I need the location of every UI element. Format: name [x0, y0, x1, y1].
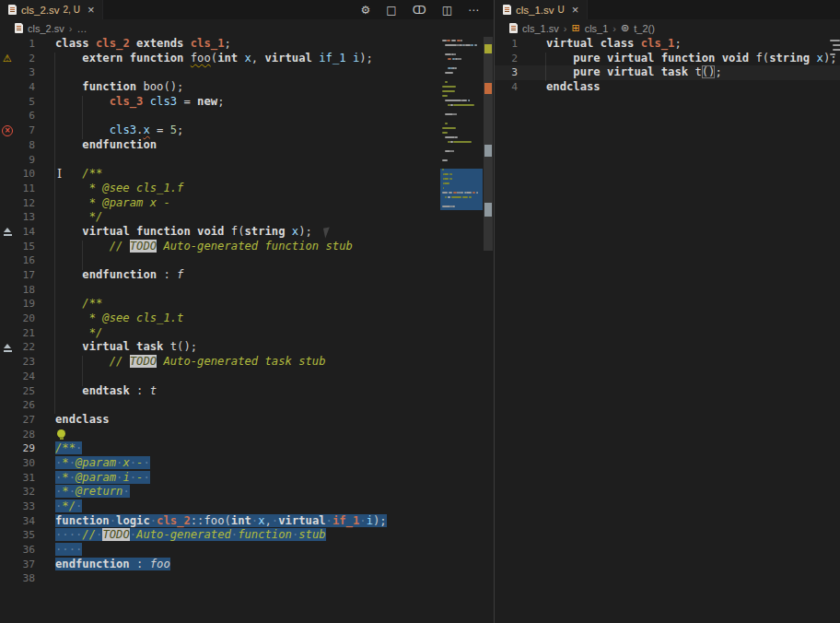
line-number: 5	[0, 95, 35, 110]
code-line[interactable]: 23 // TODO Auto-generated task stub	[0, 355, 494, 370]
code-line[interactable]: 28	[0, 428, 494, 442]
code-line[interactable]: 26	[0, 398, 494, 413]
code-editor[interactable]: 1class cls_2 extends cls_1;2⚠ extern fun…	[0, 37, 494, 623]
overview-ruler-marker	[484, 83, 492, 94]
code-line[interactable]: 11 * @see cls_1.f	[0, 182, 494, 196]
minimap-line	[442, 95, 448, 97]
close-icon[interactable]: ×	[572, 5, 579, 15]
code-line[interactable]: 2⚠ extern function foo(int x, virtual if…	[0, 52, 494, 66]
split-editor-icon[interactable]: ◫	[442, 4, 452, 17]
code-line[interactable]: 1virtual class cls_1;	[495, 37, 840, 52]
minimap-line	[445, 53, 451, 55]
code-line[interactable]: 37endfunction : foo	[0, 558, 494, 572]
more-actions-icon[interactable]: ⋯	[468, 4, 479, 17]
minimap-line	[445, 81, 447, 83]
line-number: 12	[0, 196, 35, 211]
code-line[interactable]: 34function·logic·cls_2::foo(int·x,·virtu…	[0, 514, 494, 529]
code-line[interactable]: 17 endfunction : f	[0, 268, 494, 283]
code-line[interactable]: 16	[0, 253, 494, 268]
code-line[interactable]: 20 * @see cls_1.t	[0, 312, 494, 326]
code-line[interactable]: 35····//·TODO·Auto-generated·function·st…	[0, 528, 494, 543]
breadcrumb-item[interactable]: …	[76, 23, 87, 34]
code-line[interactable]: 19 /**	[0, 297, 494, 312]
line-number: 9	[0, 153, 35, 168]
code-line[interactable]: 32·*·@return·	[0, 485, 494, 500]
line-number: 29	[0, 441, 35, 456]
code-line[interactable]: 24	[0, 370, 494, 384]
code-line[interactable]: 18	[0, 283, 494, 298]
code-line[interactable]: 21 */	[0, 326, 494, 341]
close-icon[interactable]: ×	[88, 5, 95, 15]
code-line[interactable]: 38	[0, 571, 494, 586]
code-editor[interactable]: 1virtual class cls_1;2 pure virtual func…	[495, 37, 840, 623]
minimap-line	[466, 192, 472, 194]
line-number: 10	[0, 167, 35, 182]
code-line[interactable]: 13 */	[0, 210, 494, 225]
code-line[interactable]: 10 /**	[0, 167, 494, 182]
vertical-scrollbar[interactable]	[483, 37, 494, 623]
linked-circles-icon[interactable]: ↀ	[413, 4, 426, 17]
overview-ruler-marker	[484, 44, 492, 53]
breadcrumb-item[interactable]: cls_1	[585, 23, 609, 34]
minimap-line	[833, 49, 840, 51]
code-line[interactable]: 12 * @param x -	[0, 196, 494, 211]
breadcrumb-item[interactable]: cls_1.sv	[522, 23, 559, 34]
breadcrumb-item[interactable]: cls_2.sv	[28, 23, 64, 34]
line-number: 16	[0, 253, 35, 268]
line-number: 37	[0, 558, 35, 572]
minimap[interactable]	[440, 37, 483, 623]
code-line[interactable]: 9	[0, 153, 494, 168]
minimap-line	[454, 53, 456, 55]
line-number: 13	[0, 210, 35, 225]
code-line[interactable]: 7× cls3.x = 5;	[0, 123, 494, 138]
scrollbar-thumb[interactable]	[484, 37, 493, 251]
editor-group-left: cls_2.sv 2, U × ⚙□ↀ◫⋯ cls_2.sv›… 1class …	[0, 0, 495, 623]
code-line[interactable]: 1class cls_2 extends cls_1;	[0, 37, 494, 52]
minimap-line	[452, 206, 454, 207]
minimap-line	[442, 192, 448, 194]
layout-square-icon[interactable]: □	[386, 4, 396, 17]
tab-decoration-badge: U	[558, 5, 565, 15]
settings-gear-icon[interactable]: ⚙	[361, 4, 371, 17]
line-number: 1	[0, 37, 35, 52]
code-line[interactable]: 22 virtual task t();	[0, 340, 494, 355]
chevron-right-icon: ›	[69, 23, 73, 34]
minimap-line	[444, 173, 449, 175]
code-line[interactable]: 31·*·@param·i·-·	[0, 471, 494, 486]
tab-cls_2[interactable]: cls_2.sv 2, U ×	[0, 0, 103, 19]
line-number: 38	[0, 571, 35, 586]
code-line[interactable]: 6	[0, 109, 494, 123]
code-line[interactable]: 2 pure virtual function void f(string x)…	[495, 52, 840, 66]
code-line[interactable]: 4endclass	[495, 80, 840, 95]
tab-cls_1[interactable]: cls_1.sv U ×	[495, 0, 588, 19]
code-line[interactable]: 14 virtual function void f(string x);	[0, 225, 494, 240]
code-line[interactable]: 36····	[0, 543, 494, 558]
code-line[interactable]: 25 endtask : t	[0, 384, 494, 399]
line-number: 33	[0, 500, 35, 514]
code-line[interactable]: 30·*·@param·x·-·	[0, 456, 494, 471]
line-number: 15	[0, 240, 35, 254]
line-number: 1	[495, 37, 518, 52]
line-number: 28	[0, 428, 35, 442]
minimap-line	[462, 100, 467, 101]
minimap-line	[455, 67, 457, 69]
code-line[interactable]: 33·*/·	[0, 500, 494, 514]
lightbulb-icon[interactable]	[57, 429, 65, 438]
code-line[interactable]: 5 cls_3 cls3 = new;	[0, 95, 494, 110]
code-line[interactable]: 3	[0, 65, 494, 80]
code-line[interactable]: 4 function boo();	[0, 80, 494, 95]
breadcrumb-item[interactable]: t_2()	[634, 23, 655, 34]
minimap-line	[477, 192, 479, 194]
code-line[interactable]: 29/**·	[0, 441, 494, 456]
code-line[interactable]: 27endclass	[0, 413, 494, 428]
minimap-line	[444, 178, 449, 180]
code-line[interactable]: 8 endfunction	[0, 138, 494, 153]
minimap[interactable]	[828, 37, 840, 623]
hint-icon	[1, 226, 14, 239]
minimap-line	[451, 196, 461, 198]
line-number: 11	[0, 182, 35, 196]
code-line[interactable]: 15 // TODO Auto-generated function stub	[0, 240, 494, 254]
warning-icon: ⚠	[1, 53, 14, 65]
tab-label: cls_1.sv	[516, 5, 554, 16]
code-line[interactable]: 3 pure virtual task t();	[495, 65, 840, 80]
